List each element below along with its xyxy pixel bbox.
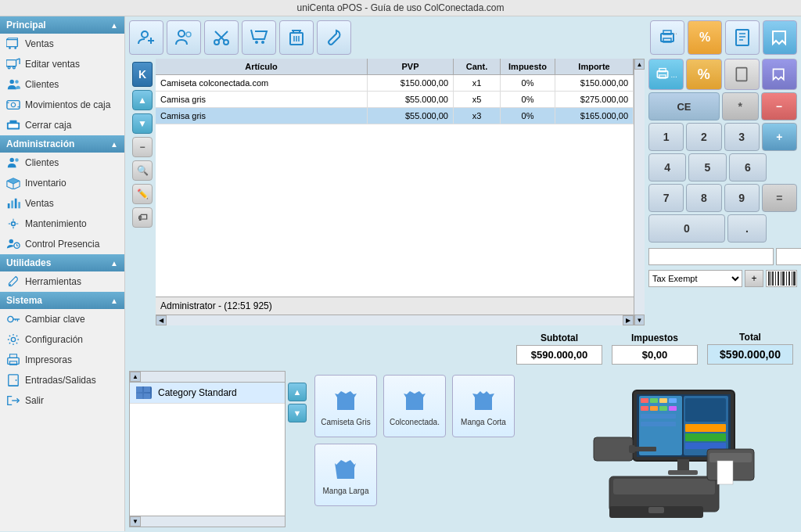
sidebar-item-movimientos-caja[interactable]: Movimientos de caja	[0, 95, 124, 115]
cat-scroll-down-btn[interactable]: ▼	[130, 516, 141, 527]
scroll-left-btn[interactable]: ◀	[156, 315, 167, 325]
svg-rect-16	[10, 120, 17, 124]
sidebar-item-ventas[interactable]: Ventas	[0, 34, 124, 54]
sidebar-item-control-presencia[interactable]: Control Presencia	[0, 234, 124, 254]
sidebar-section-sistema[interactable]: Sistema ▲	[0, 292, 124, 309]
sidebar-section-utilidades[interactable]: Utilidades ▲	[0, 254, 124, 271]
category-item[interactable]: Category Standard	[130, 383, 285, 404]
discount-button[interactable]: %	[688, 20, 722, 55]
edit-item-button[interactable]: ✏️	[132, 184, 153, 204]
cart-button[interactable]	[242, 20, 276, 55]
cat-prev-button[interactable]: ▲	[288, 383, 307, 401]
categories-panel: ▲	[129, 371, 286, 527]
decimal-button[interactable]: .	[727, 214, 767, 243]
scroll-down-btn[interactable]: ▼	[634, 315, 645, 325]
num-2-button[interactable]: 2	[686, 123, 721, 151]
new-sale-button[interactable]	[129, 20, 163, 55]
sidebar-item-herramientas[interactable]: Herramientas	[0, 271, 124, 292]
sidebar-item-clientes-admin[interactable]: Clientes	[0, 153, 124, 173]
config-button[interactable]	[763, 20, 797, 55]
product-item-camiseta-gris[interactable]: Camiseta Gris	[314, 375, 377, 437]
sidebar-item-entradas-salidas[interactable]: Entradas/Salidas	[0, 370, 124, 390]
zoom-button[interactable]: 🔍	[132, 160, 153, 181]
num-8-button[interactable]: 8	[686, 184, 721, 212]
num-0-button[interactable]: 0	[648, 214, 725, 243]
ce-button[interactable]: CE	[648, 92, 720, 120]
numpad-input-1[interactable]	[648, 248, 774, 265]
print-button[interactable]: ...	[650, 20, 684, 55]
tax-select[interactable]: Tax Exempt	[648, 270, 742, 287]
svg-rect-75	[772, 271, 774, 286]
scroll-down-button[interactable]: ▼	[132, 113, 153, 134]
sidebar-item-cerrar-caja[interactable]: Cerrar caja	[0, 115, 124, 135]
config-numpad-btn[interactable]	[762, 59, 797, 90]
sidebar-item-configuracion[interactable]: Configuración	[0, 329, 124, 350]
svg-rect-15	[9, 124, 19, 128]
cat-scroll-up-btn[interactable]: ▲	[130, 372, 141, 382]
horizontal-scrollbar[interactable]: ◀ ▶	[156, 315, 634, 325]
num-6-button[interactable]: 6	[729, 153, 767, 182]
num-4-button[interactable]: 4	[648, 153, 686, 182]
sidebar-item-impresoras[interactable]: Impresoras	[0, 350, 124, 370]
product-item-colconectada[interactable]: Colconectada.	[383, 375, 446, 437]
product-item-manga-corta[interactable]: Manga Corta	[452, 375, 515, 437]
num-3-button[interactable]: 3	[724, 123, 760, 151]
sidebar-section-principal[interactable]: Principal ▲	[0, 16, 124, 34]
vertical-scrollbar[interactable]: ▲ ▼	[634, 59, 645, 325]
svg-rect-86	[136, 394, 142, 399]
receipt-button[interactable]	[725, 20, 760, 55]
tax-add-button[interactable]: +	[745, 270, 763, 287]
scroll-right-btn[interactable]: ▶	[623, 315, 634, 325]
svg-rect-84	[136, 386, 142, 392]
minus-button[interactable]: −	[761, 92, 798, 120]
total-block: Total $590.000,00	[707, 332, 793, 365]
table-row[interactable]: Camiseta colconectada.com $150.000,00 x1…	[156, 75, 634, 92]
receipt-numpad-btn[interactable]	[724, 59, 760, 90]
subtotal-block: Subtotal $590.000,00	[516, 332, 602, 365]
discount-numpad-btn[interactable]: %	[686, 59, 721, 90]
k-button[interactable]: K	[132, 62, 153, 87]
svg-rect-100	[641, 414, 676, 419]
multiply-button[interactable]: *	[722, 92, 759, 120]
sidebar-item-salir[interactable]: Salir	[0, 390, 124, 411]
sidebar-item-mantenimiento[interactable]: Mantenimiento	[0, 214, 124, 234]
scroll-up-button[interactable]: ▲	[132, 90, 153, 110]
numpad-input-2[interactable]	[776, 248, 801, 265]
equals-button[interactable]: =	[762, 184, 797, 212]
sidebar-item-clientes[interactable]: Clientes	[0, 74, 124, 95]
customers-button[interactable]	[167, 20, 201, 55]
print-receipt-btn[interactable]: ...	[648, 59, 684, 90]
svg-rect-85	[144, 386, 150, 392]
num-5-button[interactable]: 5	[688, 153, 726, 182]
table-row[interactable]: Camisa gris $55.000,00 x5 0% $275.000,00	[156, 92, 634, 108]
people-icon	[6, 78, 20, 91]
sidebar-item-cambiar-clave[interactable]: Cambiar clave	[0, 309, 124, 329]
num-1-button[interactable]: 1	[648, 123, 684, 151]
product-icon-2	[400, 386, 429, 415]
num-7-button[interactable]: 7	[648, 184, 684, 212]
svg-rect-94	[659, 398, 667, 403]
sidebar-section-administracion[interactable]: Administración ▲	[0, 135, 124, 153]
svg-point-46	[178, 31, 185, 37]
num-9-button[interactable]: 9	[724, 184, 760, 212]
tools-button[interactable]	[317, 20, 351, 55]
svg-rect-103	[685, 424, 726, 432]
minus-button[interactable]: −	[132, 137, 153, 157]
scroll-up-btn[interactable]: ▲	[634, 59, 645, 70]
plus-button[interactable]: +	[762, 123, 797, 151]
sidebar-item-ventas-admin[interactable]: Ventas	[0, 193, 124, 214]
chevron-up-icon-4: ▲	[110, 297, 118, 305]
pos-svg	[586, 375, 789, 523]
svg-point-31	[8, 316, 13, 322]
cut-button[interactable]	[204, 20, 239, 55]
table-row[interactable]: Camisa gris $55.000,00 x3 0% $165.000,00	[156, 108, 634, 124]
product-item-manga-larga[interactable]: Manga Larga	[314, 444, 377, 506]
svg-rect-82	[792, 271, 792, 286]
delete-button[interactable]	[279, 20, 314, 55]
svg-rect-117	[648, 507, 664, 513]
sidebar-item-editar-ventas[interactable]: Editar ventas	[0, 54, 124, 74]
tag-button[interactable]: 🏷	[132, 207, 153, 228]
sidebar-item-inventario[interactable]: Inventario	[0, 173, 124, 193]
impuestos-value: $0,00	[612, 345, 698, 365]
cat-next-button[interactable]: ▼	[288, 404, 307, 422]
